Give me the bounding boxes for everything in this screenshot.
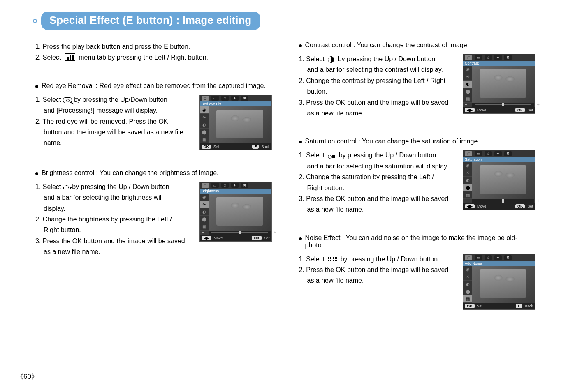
- side-drop-icon: ⬤: [463, 88, 472, 95]
- shot-tab-5: ✖: [241, 96, 248, 101]
- contrast-block: Contrast control : You can change the co…: [297, 42, 536, 119]
- back-label: Back: [525, 304, 533, 308]
- set-label: Set: [527, 204, 533, 208]
- noise-step1: 1. Select by pressing the Up / Down butt…: [299, 254, 457, 265]
- shot-tab-5: ✖: [504, 255, 512, 260]
- shot-tabs: ◻ ▭ ☺ ✦ ✖: [200, 95, 271, 101]
- set-label: Set: [477, 304, 483, 308]
- noise-heading: Noise Effect : You can add noise on the …: [299, 234, 536, 249]
- brightness-heading-text: Brightness control : You can change the …: [42, 169, 219, 177]
- arrows-icon: ◀▶: [465, 204, 475, 208]
- contrast-s1b: by pressing the Up / Down button: [338, 55, 436, 62]
- brightness-s2b: Right button.: [35, 225, 193, 235]
- redeye-step2: 2. The red eye will be removed. Press th…: [35, 116, 193, 127]
- ok-button-label: OK: [252, 236, 262, 240]
- saturation-slider: −+: [472, 199, 534, 203]
- redeye-s1a: 1. Select: [35, 96, 61, 103]
- brightness-s1b: by pressing the Up / Down button: [72, 183, 169, 190]
- noise-s2b: as a new file name.: [299, 275, 457, 286]
- saturation-step2: 2. Change the saturation by pressing the…: [299, 172, 457, 182]
- shot-tab-4: ✦: [494, 55, 502, 60]
- intro-step2: 2. Select menu tab by pressing the Left …: [35, 52, 272, 63]
- noise-shot-label: Add Noise: [463, 261, 535, 266]
- bullet-icon: [299, 237, 302, 240]
- set-label: Set: [213, 145, 219, 149]
- bullet-icon: [299, 141, 302, 143]
- shot-tab-4: ✦: [231, 96, 239, 101]
- contrast-icon: [328, 56, 334, 63]
- side-half-icon: ◐: [200, 208, 209, 216]
- page-number-value: 60: [23, 373, 31, 380]
- brightness-shot-label: Brightness: [200, 189, 271, 194]
- redeye-s1b: by pressing the Up/Down button: [74, 96, 167, 103]
- brightness-s1a: 1. Select: [35, 183, 61, 190]
- saturation-s3b: as a new file name.: [299, 204, 457, 215]
- brightness-heading: Brightness control : You can change the …: [35, 169, 272, 177]
- title-bullet-icon: [33, 19, 37, 23]
- contrast-heading-text: Contrast control : You can change the co…: [305, 42, 469, 49]
- shot-tab-1: ◻: [465, 55, 472, 60]
- redeye-icon: [63, 97, 72, 103]
- brightness-step1: 1. Select by pressing the Up / Down butt…: [35, 182, 193, 192]
- ok-button-label: OK: [202, 145, 211, 149]
- side-half-icon: ◐: [463, 281, 472, 288]
- shot-preview: [472, 66, 535, 103]
- shot-preview: [209, 106, 271, 143]
- side-sun-icon: ☀: [200, 201, 209, 208]
- shot-tab-3: ☺: [221, 96, 229, 101]
- contrast-heading: Contrast control : You can change the co…: [299, 42, 536, 49]
- side-drop-icon: ⬤: [463, 288, 472, 295]
- brightness-step2: 2. Change the brightness by pressing the…: [35, 214, 193, 225]
- saturation-s2b: Right button.: [299, 183, 457, 194]
- shot-tab-5: ✖: [504, 55, 512, 60]
- shot-preview: [472, 162, 535, 199]
- set-label: Set: [527, 108, 533, 112]
- ok-button-label: OK: [515, 204, 525, 208]
- shot-tab-2: ▭: [475, 151, 482, 156]
- contrast-s1c: and a bar for selecting the contrast wil…: [299, 65, 457, 75]
- shot-tab-2: ▭: [211, 183, 219, 188]
- bullet-icon: [35, 85, 38, 88]
- redeye-s2b: button and the image will be saved as a …: [35, 127, 193, 138]
- redeye-screenshot: ◻ ▭ ☺ ✦ ✖ Red eye Fix ◉ ☀ ◐ ⬤ ▦: [199, 95, 272, 150]
- saturation-screenshot: ◻▭☺✦✖ Saturation ◉ ☀ ◐ ⬤ ▦ −+: [463, 150, 535, 210]
- redeye-heading-text: Red eye Removal : Red eye effect can be …: [42, 82, 266, 90]
- side-eye-icon: ◉: [463, 266, 472, 273]
- contrast-slider: −+: [472, 103, 534, 107]
- shot-tab-5: ✖: [241, 183, 248, 188]
- side-drop-icon: ⬤: [200, 216, 209, 223]
- intro-step2-suffix: menu tab by pressing the Left / Right bu…: [79, 54, 208, 61]
- shot-tab-1: ◻: [202, 96, 209, 101]
- contrast-step2: 2. Change the contrast by pressing the L…: [299, 76, 457, 86]
- shot-tab-1: ◻: [465, 255, 472, 260]
- contrast-s2b: button.: [299, 86, 457, 97]
- redeye-shot-label: Red eye Fix: [200, 101, 271, 106]
- saturation-block: Saturation control : You can change the …: [297, 138, 536, 215]
- bullet-icon: [35, 172, 38, 175]
- side-eye-icon: ◉: [463, 162, 472, 169]
- ok-button-label: OK: [465, 304, 475, 308]
- right-column: Contrast control : You can change the co…: [297, 42, 536, 329]
- menu-tab-icon: [65, 53, 75, 61]
- content-columns: 1. Press the play back button and press …: [33, 42, 535, 329]
- redeye-step1: 1. Select by pressing the Up/Down button: [35, 95, 193, 105]
- page-number: 《60》: [16, 372, 38, 381]
- redeye-block: Red eye Removal : Red eye effect can be …: [33, 82, 272, 150]
- side-sun-icon: ☀: [463, 169, 472, 177]
- shot-tab-1: ◻: [465, 151, 472, 156]
- side-eye-icon: ◉: [200, 194, 209, 201]
- redeye-s1c: and [Processing!] message will display.: [35, 105, 193, 116]
- side-half-icon: ◐: [200, 121, 209, 129]
- left-column: 1. Press the play back button and press …: [33, 42, 272, 329]
- shot-tab-1: ◻: [202, 183, 209, 188]
- saturation-step3: 3. Press the OK button and the image wil…: [299, 194, 457, 204]
- arrows-icon: ◀▶: [202, 236, 211, 240]
- saturation-step1: 1. Select by pressing the Up / Down butt…: [299, 150, 457, 161]
- set-label: Set: [264, 236, 270, 240]
- intro-step1: 1. Press the play back button and press …: [35, 42, 272, 52]
- intro-step2-prefix: 2. Select: [35, 54, 61, 61]
- shot-preview: [209, 194, 271, 231]
- move-label: Move: [477, 108, 486, 112]
- shot-tab-3: ☺: [485, 151, 492, 156]
- side-noise-icon: ▦: [200, 136, 209, 143]
